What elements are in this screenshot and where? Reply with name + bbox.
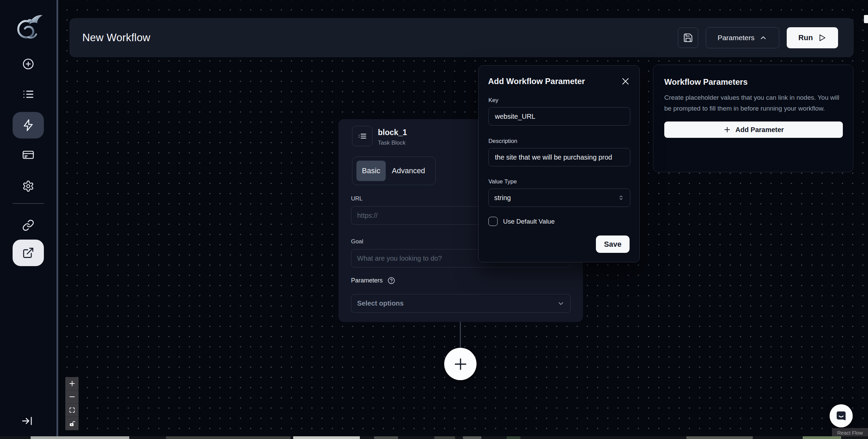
bottom-edge-segment xyxy=(507,436,520,439)
sidebar-item-tasks[interactable] xyxy=(22,88,34,100)
modal-title: Add Workflow Parameter xyxy=(488,77,585,86)
save-parameter-button[interactable]: Save xyxy=(596,235,630,253)
page-title: New Workflow xyxy=(82,32,150,44)
header-actions: Parameters Run xyxy=(678,18,838,57)
add-parameter-label: Add Parameter xyxy=(735,126,784,134)
bottom-edge-segment xyxy=(31,436,129,439)
plus-icon xyxy=(723,126,731,134)
goal-label: Goal xyxy=(351,238,363,245)
list-icon xyxy=(357,131,367,141)
description-input[interactable] xyxy=(488,148,630,166)
bottom-edge-segment xyxy=(374,436,398,439)
parameters-label: Parameters xyxy=(351,277,383,284)
task-block-icon-tile xyxy=(352,126,372,146)
parameters-select-value: Select options xyxy=(357,299,404,307)
gear-icon xyxy=(22,180,34,192)
panel-description: Create placeholder values that you can l… xyxy=(664,92,843,114)
description-label: Description xyxy=(488,138,517,145)
value-type-value: string xyxy=(494,194,511,202)
value-type-select[interactable]: string xyxy=(488,189,630,207)
bottom-edge-segment xyxy=(434,436,455,439)
key-input[interactable] xyxy=(488,107,630,126)
chevron-up-icon xyxy=(759,34,767,42)
block-tabs: Basic Advanced xyxy=(352,157,436,185)
add-parameter-modal: Add Workflow Parameter Key Description V… xyxy=(478,65,640,262)
bottom-edge-segment xyxy=(166,436,290,439)
sidebar-item-billing[interactable] xyxy=(22,149,34,161)
modal-close-button[interactable] xyxy=(620,77,631,87)
zoom-in-button[interactable] xyxy=(65,377,79,390)
plus-icon xyxy=(69,380,76,387)
parameters-button-label: Parameters xyxy=(718,34,755,42)
bottom-edge-segment xyxy=(686,436,753,439)
sidebar-collapse-button[interactable] xyxy=(21,415,33,427)
bottom-edge-segment xyxy=(293,436,360,439)
close-icon xyxy=(621,77,630,86)
app-screen: New Workflow Parameters Run xyxy=(0,0,868,439)
sidebar-edge-divider xyxy=(56,0,58,439)
workflow-header: New Workflow Parameters Run xyxy=(69,18,854,57)
window-bottom-edge xyxy=(0,436,868,439)
chevron-down-icon xyxy=(557,300,565,307)
help-circle-icon[interactable] xyxy=(387,277,395,284)
workflow-parameters-panel: Workflow Parameters Create placeholder v… xyxy=(653,65,853,172)
add-parameter-button[interactable]: Add Parameter xyxy=(664,121,843,138)
canvas-controls xyxy=(65,377,79,430)
external-link-icon xyxy=(22,247,34,259)
sidebar-item-settings[interactable] xyxy=(22,180,34,192)
play-icon xyxy=(818,33,827,42)
bottom-edge-segment xyxy=(803,436,841,439)
save-icon xyxy=(683,33,693,43)
zoom-out-button[interactable] xyxy=(65,390,79,404)
use-default-label: Use Default Value xyxy=(503,218,555,225)
list-icon xyxy=(22,88,34,100)
run-button-label: Run xyxy=(798,33,813,42)
sidebar-item-create[interactable] xyxy=(22,58,34,70)
use-default-row: Use Default Value xyxy=(488,217,555,226)
add-block-node[interactable] xyxy=(444,348,477,380)
unlock-icon xyxy=(69,420,76,427)
save-workflow-button[interactable] xyxy=(678,28,698,48)
plus-icon xyxy=(453,356,468,372)
screen-edge-artifact xyxy=(864,15,868,23)
skyvern-logo[interactable] xyxy=(11,12,45,42)
node-edge xyxy=(460,321,461,348)
value-type-label: Value Type xyxy=(488,178,517,185)
chevrons-up-down-icon xyxy=(618,194,624,201)
dragon-logo-icon xyxy=(11,12,45,42)
fit-view-button[interactable] xyxy=(65,404,79,417)
panel-title: Workflow Parameters xyxy=(664,77,842,87)
run-button[interactable]: Run xyxy=(787,27,838,48)
use-default-checkbox[interactable] xyxy=(488,217,498,226)
sidebar-item-workflows[interactable] xyxy=(13,112,44,139)
parameters-select[interactable]: Select options xyxy=(351,294,571,313)
lightning-icon xyxy=(22,119,35,132)
tab-advanced[interactable]: Advanced xyxy=(386,161,431,181)
parameters-row: Parameters xyxy=(351,277,395,284)
plus-circle-icon xyxy=(22,58,34,70)
chat-bubble-icon xyxy=(835,409,848,422)
sidebar-item-share[interactable] xyxy=(13,240,44,266)
block-type: Task Block xyxy=(378,140,405,146)
tab-basic[interactable]: Basic xyxy=(356,161,386,181)
bottom-edge-segment xyxy=(463,436,481,439)
parameters-button[interactable]: Parameters xyxy=(706,27,780,48)
chat-launcher[interactable] xyxy=(830,404,853,427)
sidebar-item-integrations[interactable] xyxy=(22,219,34,231)
fit-view-icon xyxy=(69,407,76,413)
minus-icon xyxy=(69,393,76,400)
key-label: Key xyxy=(488,97,498,104)
credit-card-icon xyxy=(22,149,34,161)
url-label: URL xyxy=(351,195,363,202)
reactflow-attribution[interactable]: React Flow xyxy=(832,428,868,437)
link-icon xyxy=(22,219,34,231)
arrow-to-line-icon xyxy=(21,415,33,427)
lock-button[interactable] xyxy=(65,417,79,430)
sidebar-divider xyxy=(13,203,44,204)
block-name: block_1 xyxy=(378,128,407,137)
sidebar xyxy=(0,0,56,439)
